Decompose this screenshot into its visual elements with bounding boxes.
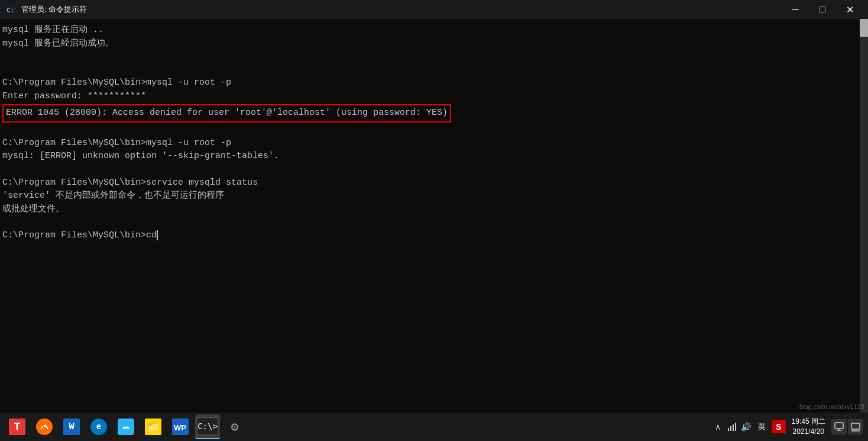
word-icon: W — [63, 419, 80, 435]
scrollbar-thumb[interactable] — [860, 19, 868, 37]
ie-icon: e — [90, 419, 107, 435]
svg-rect-10 — [735, 423, 736, 431]
svg-rect-14 — [851, 423, 860, 429]
svg-rect-8 — [730, 426, 731, 431]
taskbar-tray: ∧ 🔊 英 S 19:45 周二 2021/4/20 — [712, 417, 863, 437]
terminal-line: 'service' 不是内部或外部命令，也不是可运行的程序 — [2, 189, 866, 203]
tray-sogou[interactable]: S — [772, 420, 786, 433]
tray-action-icons — [831, 419, 863, 434]
title-bar: C:\ 管理员: 命令提示符 ─ □ ✕ — [0, 0, 868, 19]
cmd-taskbar-icon: C:\> — [197, 417, 218, 435]
window-controls: ─ □ ✕ — [782, 0, 863, 19]
terminal-line: mysql 服务已经启动成功。 — [2, 37, 866, 51]
terminal-line — [2, 50, 866, 63]
svg-rect-9 — [733, 424, 734, 431]
cmd-icon: C:\ — [5, 4, 17, 15]
taskbar-typora[interactable]: T — [5, 414, 30, 439]
tray-network-icon[interactable] — [726, 421, 738, 433]
wps-icon: WP — [172, 419, 189, 435]
terminal-line: C:\Program Files\MySQL\bin>mysql -u root… — [2, 137, 866, 150]
show-desktop-icon[interactable] — [848, 419, 863, 434]
terminal-line — [2, 163, 866, 176]
terminal-line: mysql 服务正在启动 .. — [2, 24, 866, 37]
terminal-line: C:\Program Files\MySQL\bin>cd — [2, 229, 866, 243]
tray-chevron-icon[interactable]: ∧ — [712, 421, 724, 433]
terminal-line — [2, 124, 866, 137]
taskbar-totalcmd[interactable] — [32, 414, 57, 439]
scrollbar[interactable] — [860, 19, 868, 413]
terminal-line: 或批处理文件。 — [2, 203, 866, 217]
taskbar-settings[interactable]: ⚙ — [222, 414, 247, 439]
taskbar-apps: T W e 📁 — [5, 414, 712, 439]
lark-icon — [118, 419, 134, 435]
terminal-line: mysql: [ERROR] unknown option '--skip-gr… — [2, 150, 866, 163]
taskbar-lark[interactable] — [114, 414, 138, 439]
terminal-line: ERROR 1045 (28000): Access denied for us… — [2, 103, 866, 124]
terminal-line: C:\Program Files\MySQL\bin>mysql -u root… — [2, 76, 866, 90]
minimize-button[interactable]: ─ — [782, 0, 809, 19]
terminal-line: C:\Program Files\MySQL\bin>service mysql… — [2, 176, 866, 190]
taskbar-wps[interactable]: WP — [168, 414, 193, 439]
maximize-button[interactable]: □ — [809, 0, 836, 19]
close-button[interactable]: ✕ — [836, 0, 863, 19]
window-title: 管理员: 命令提示符 — [21, 4, 782, 15]
tray-language[interactable]: 英 — [756, 420, 768, 433]
typora-icon: T — [9, 419, 25, 435]
terminal-line — [2, 216, 866, 229]
taskbar-explorer[interactable]: 📁 — [141, 414, 166, 439]
svg-text:C:\: C:\ — [7, 7, 15, 14]
terminal-window: mysql 服务正在启动 ..mysql 服务已经启动成功。 C:\Progra… — [0, 19, 868, 413]
gear-icon: ⚙ — [226, 419, 243, 435]
terminal-line — [2, 63, 866, 76]
system-clock[interactable]: 19:45 周二 2021/4/20 — [792, 417, 825, 437]
cursor — [157, 230, 158, 240]
clock-time: 19:45 周二 — [792, 417, 825, 427]
taskbar-ie[interactable]: e — [86, 414, 111, 439]
error-message: ERROR 1045 (28000): Access denied for us… — [2, 104, 451, 123]
taskbar-cmd[interactable]: C:\> — [195, 414, 220, 439]
svg-rect-7 — [728, 428, 729, 431]
explorer-icon: 📁 — [145, 419, 161, 435]
tray-volume-icon[interactable]: 🔊 — [740, 421, 752, 433]
taskbar-word[interactable]: W — [59, 414, 84, 439]
taskbar: T W e 📁 — [0, 413, 868, 441]
terminal-content: mysql 服务正在启动 ..mysql 服务已经启动成功。 C:\Progra… — [2, 24, 866, 243]
svg-rect-11 — [835, 423, 843, 429]
action-center-icon[interactable] — [831, 419, 847, 434]
svg-text:WP: WP — [174, 423, 186, 432]
tray-icons: ∧ 🔊 — [712, 421, 752, 433]
clock-date: 2021/4/20 — [793, 427, 824, 437]
terminal-line: Enter password: *********** — [2, 90, 866, 104]
totalcmd-icon — [36, 419, 53, 435]
